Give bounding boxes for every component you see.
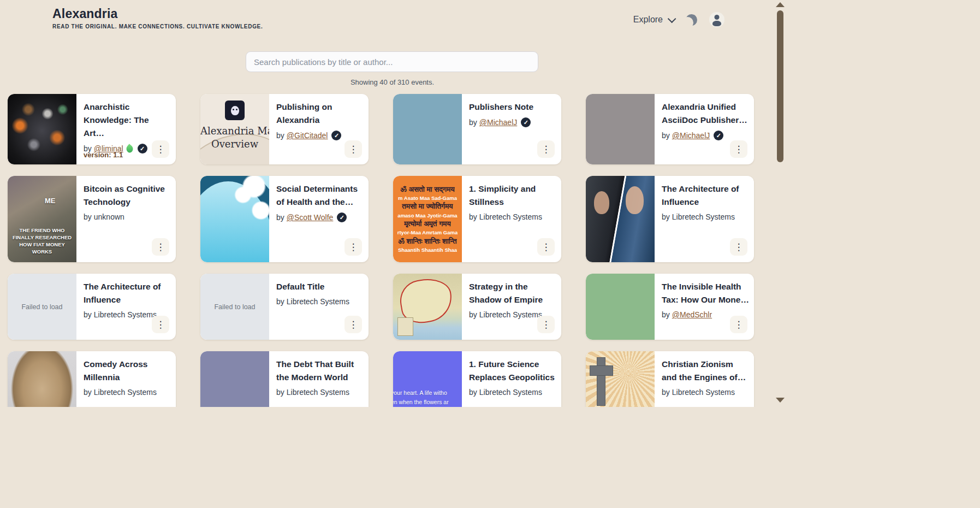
publication-author: by unknown [84, 212, 171, 221]
publication-card[interactable]: Strategy in the Shadow of Empire by Libr… [393, 274, 561, 340]
author-name: Libretech Systems [287, 297, 349, 306]
card-menu-button[interactable]: ⋮ [345, 140, 362, 158]
publication-thumbnail [393, 274, 462, 340]
publication-author: by Libretech Systems [276, 297, 364, 306]
author-link[interactable]: @MedSchlr [672, 310, 712, 319]
failed-to-load-label: Failed to load [214, 303, 255, 311]
meme-label: ME [45, 197, 56, 205]
publication-author: by Libretech Systems [662, 388, 750, 397]
author-link[interactable]: @MichaelJ [479, 118, 517, 127]
thumbnail-text: Alexandria Main Edi [200, 125, 269, 138]
search-input[interactable] [246, 51, 538, 72]
publication-title: Social Determinants of Health and the… [276, 182, 364, 209]
scrollbar-up-arrow[interactable] [776, 2, 785, 7]
verified-badge-icon: ✓ [337, 212, 347, 222]
chevron-down-icon [668, 14, 676, 23]
card-menu-button[interactable]: ⋮ [537, 140, 555, 158]
publication-card[interactable]: Failed to load The Architecture of Influ… [8, 274, 176, 340]
author-name: Libretech Systems [672, 388, 735, 397]
card-menu-button[interactable]: ⋮ [730, 140, 747, 158]
publication-thumbnail [200, 176, 269, 262]
card-menu-button[interactable]: ⋮ [345, 316, 362, 333]
scrollbar-down-arrow[interactable] [776, 398, 785, 403]
publication-thumbnail [586, 351, 655, 407]
publication-card[interactable]: Failed to load Default Title by Libretec… [200, 274, 369, 340]
publication-thumbnail: ME THE FRIEND WHO FINALLY RESEARCHED HOW… [8, 176, 76, 262]
publication-author: by Libretech Systems [469, 388, 557, 397]
publication-title: The Debt That Built the Modern World [276, 358, 364, 384]
by-label: by [662, 131, 670, 140]
publication-author: by @GitCitadel ✓ [276, 131, 364, 140]
publication-card[interactable]: Social Determinants of Health and the… b… [200, 176, 369, 262]
author-name: unknown [94, 212, 124, 221]
publication-card[interactable]: Alexandria Main Edi Overview Publishing … [200, 94, 369, 164]
author-link[interactable]: @Scott Wolfe [287, 213, 334, 222]
publication-thumbnail [393, 94, 462, 164]
explore-label: Explore [633, 15, 663, 25]
sanskrit-line: तमसो मा ज्योतिर्गमय [402, 202, 453, 211]
card-menu-button[interactable]: ⋮ [537, 238, 555, 256]
quote-line: en when the flowers ar [393, 398, 462, 406]
publication-author: by Libretech Systems [469, 212, 557, 221]
card-menu-button[interactable]: ⋮ [152, 140, 169, 158]
publication-card[interactable]: The Debt That Built the Modern World by … [200, 351, 369, 407]
publication-author: by Libretech Systems [662, 212, 750, 221]
card-menu-button[interactable]: ⋮ [730, 238, 747, 256]
author-name: Libretech Systems [287, 388, 349, 397]
version-label: version: 1.1 [84, 151, 123, 159]
publication-card[interactable]: ME THE FRIEND WHO FINALLY RESEARCHED HOW… [8, 176, 176, 262]
by-label: by [276, 131, 284, 140]
by-label: by [469, 212, 477, 221]
publication-title: Anarchistic Knowledge: The Art… [84, 101, 171, 140]
card-menu-button[interactable]: ⋮ [345, 238, 362, 256]
publication-card[interactable]: your heart. A life witho en when the flo… [393, 351, 561, 407]
app-tagline: READ THE ORIGINAL. MAKE CONNECTIONS. CUL… [52, 23, 263, 29]
author-name: Libretech Systems [672, 212, 735, 221]
sanskrit-line: ॐ शान्तिः शान्तिः शान्ति [398, 237, 456, 246]
publication-card[interactable]: ॐ असतो मा सद्गमय m Asato Maa Sad-Gama तम… [393, 176, 561, 262]
publication-card[interactable]: Anarchistic Knowledge: The Art… by @limi… [8, 94, 176, 164]
publication-thumbnail [8, 94, 76, 164]
scrollbar-thumb[interactable] [777, 10, 783, 162]
publication-card[interactable]: Christian Zionism and the Engines of… by… [586, 351, 754, 407]
quote-line: s of loving and being l [393, 406, 462, 407]
publication-card[interactable]: The Invisible Health Tax: How Our Mone… … [586, 274, 754, 340]
app-title: Alexandria [52, 7, 118, 21]
publication-title: Bitcoin as Cognitive Technology [84, 182, 171, 209]
publications-grid: Anarchistic Knowledge: The Art… by @limi… [8, 94, 754, 407]
explore-menu[interactable]: Explore [633, 15, 674, 25]
publication-title: Christian Zionism and the Engines of… [662, 358, 750, 384]
card-menu-button[interactable]: ⋮ [537, 316, 555, 333]
author-name: Libretech Systems [479, 388, 542, 397]
by-label: by [469, 388, 477, 397]
theme-toggle-moon-icon[interactable] [686, 14, 697, 26]
author-link[interactable]: @MichaelJ [672, 131, 710, 140]
publication-title: The Architecture of Influence [84, 280, 171, 306]
by-label: by [662, 310, 670, 319]
publication-author: by @Scott Wolfe ✓ [276, 212, 364, 222]
publication-card[interactable]: The Architecture of Influence by Librete… [586, 176, 754, 262]
publication-card[interactable]: Alexandria Unified AsciiDoc Publisher… b… [586, 94, 754, 164]
publication-title: Alexandria Unified AsciiDoc Publisher… [662, 101, 750, 127]
verified-badge-icon: ✓ [521, 117, 531, 127]
by-label: by [84, 212, 92, 221]
publication-thumbnail: your heart. A life witho en when the flo… [393, 351, 462, 407]
author-name: Libretech Systems [479, 310, 542, 319]
publication-author: by Libretech Systems [276, 388, 364, 397]
publication-card[interactable]: Comedy Across Millennia by Libretech Sys… [8, 351, 176, 407]
alexandria-logo-icon [225, 101, 245, 120]
author-name: Libretech Systems [94, 388, 157, 397]
publication-card[interactable]: Publishers Note by @MichaelJ ✓ ⋮ [393, 94, 561, 164]
publication-thumbnail: Failed to load [8, 274, 76, 340]
sanskrit-line: ॐ असतो मा सद्गमय [400, 185, 454, 194]
verified-badge-icon: ✓ [138, 144, 147, 153]
by-label: by [276, 297, 284, 306]
card-menu-button[interactable]: ⋮ [730, 316, 747, 333]
user-avatar-icon[interactable] [709, 12, 724, 27]
card-menu-button[interactable]: ⋮ [152, 238, 169, 256]
author-link[interactable]: @GitCitadel [287, 131, 328, 140]
verified-badge-icon: ✓ [331, 131, 341, 140]
publication-title: Publishers Note [469, 101, 557, 114]
publication-title: Strategy in the Shadow of Empire [469, 280, 557, 306]
card-menu-button[interactable]: ⋮ [152, 316, 169, 333]
